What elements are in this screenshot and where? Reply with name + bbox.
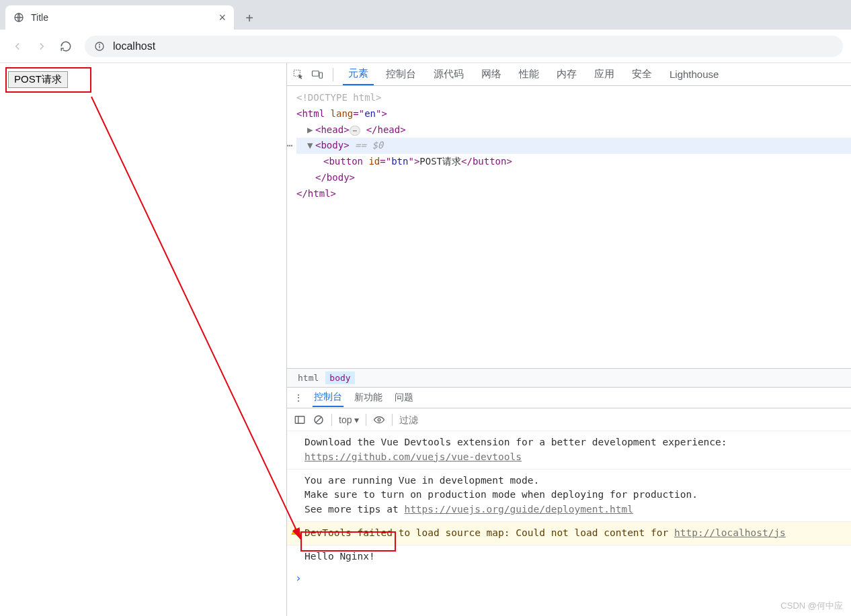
watermark: CSDN @何中应 bbox=[780, 600, 843, 612]
devtools-toolbar: 元素 控制台 源代码 网络 性能 内存 应用 安全 Lighthouse bbox=[287, 63, 851, 86]
devtools-tab-console[interactable]: 控制台 bbox=[380, 64, 421, 85]
devtools-tab-lighthouse[interactable]: Lighthouse bbox=[664, 64, 724, 84]
browser-tab[interactable]: Title × bbox=[5, 5, 234, 30]
inspect-icon[interactable] bbox=[292, 69, 305, 81]
drawer-menu-icon[interactable]: ⋮ bbox=[294, 392, 303, 403]
console-toolbar: top ▾ bbox=[287, 408, 851, 431]
svg-rect-7 bbox=[295, 416, 305, 423]
html-close-line: </html> bbox=[296, 186, 851, 202]
console-output-line: Hello Nginx! bbox=[287, 545, 851, 568]
breadcrumb-html[interactable]: html bbox=[294, 371, 323, 384]
console-link[interactable]: https://vuejs.org/guide/deployment.html bbox=[404, 504, 633, 515]
eye-icon[interactable] bbox=[373, 414, 385, 426]
console-link[interactable]: http://localhost/js bbox=[674, 527, 786, 538]
console-warning: DevTools failed to load source map: Coul… bbox=[287, 522, 851, 545]
doctype-line: <!DOCTYPE html> bbox=[296, 90, 851, 106]
devtools-tab-performance[interactable]: 性能 bbox=[514, 64, 544, 85]
devtools-tab-network[interactable]: 网络 bbox=[476, 64, 507, 85]
tab-title: Title bbox=[31, 12, 48, 23]
url-text: localhost bbox=[113, 40, 155, 52]
back-button[interactable] bbox=[8, 37, 27, 56]
svg-point-3 bbox=[99, 44, 100, 44]
button-line[interactable]: <button id="btn">POST请求</button> bbox=[296, 154, 851, 170]
elements-breadcrumb[interactable]: html body bbox=[287, 368, 851, 387]
device-toggle-icon[interactable] bbox=[311, 69, 323, 81]
drawer-tab-issues[interactable]: 问题 bbox=[393, 389, 415, 406]
head-line[interactable]: ▶<head>⋯ </head> bbox=[296, 122, 851, 138]
globe-icon bbox=[13, 12, 24, 23]
console-msg: You are running Vue in development mode.… bbox=[287, 470, 851, 522]
drawer-tab-whatsnew[interactable]: 新功能 bbox=[353, 389, 384, 406]
svg-rect-6 bbox=[319, 73, 323, 78]
sidebar-toggle-icon[interactable] bbox=[294, 414, 306, 426]
console-prompt[interactable]: › bbox=[287, 568, 851, 589]
svg-rect-5 bbox=[313, 71, 319, 76]
devtools-tab-memory[interactable]: 内存 bbox=[551, 64, 582, 85]
page-content: POST请求 bbox=[0, 63, 286, 616]
forward-button[interactable] bbox=[32, 37, 51, 56]
address-bar: localhost bbox=[0, 30, 851, 63]
reload-button[interactable] bbox=[56, 37, 75, 56]
close-tab-button[interactable]: × bbox=[218, 11, 226, 25]
drawer-tab-console[interactable]: 控制台 bbox=[313, 388, 343, 407]
console-output[interactable]: Download the Vue Devtools extension for … bbox=[287, 431, 851, 616]
devtools-tab-sources[interactable]: 源代码 bbox=[428, 64, 469, 85]
svg-point-11 bbox=[378, 419, 380, 421]
devtools-tab-security[interactable]: 安全 bbox=[626, 64, 657, 85]
console-msg: Download the Vue Devtools extension for … bbox=[287, 431, 851, 470]
breadcrumb-body[interactable]: body bbox=[325, 371, 354, 384]
console-drawer-header: ⋮ 控制台 新功能 问题 bbox=[287, 387, 851, 408]
devtools-panel: 元素 控制台 源代码 网络 性能 内存 应用 安全 Lighthouse <!D… bbox=[286, 63, 851, 616]
post-request-button[interactable]: POST请求 bbox=[8, 71, 68, 88]
console-context[interactable]: top ▾ bbox=[339, 414, 359, 425]
elements-tree[interactable]: <!DOCTYPE html> <html lang="en"> ▶<head>… bbox=[287, 86, 851, 368]
tab-strip: Title × + bbox=[0, 0, 851, 30]
new-tab-button[interactable]: + bbox=[238, 7, 261, 30]
body-close-line: </body> bbox=[296, 170, 851, 186]
url-input[interactable]: localhost bbox=[85, 36, 843, 57]
devtools-tab-application[interactable]: 应用 bbox=[589, 64, 620, 85]
console-link[interactable]: https://github.com/vuejs/vue-devtools bbox=[305, 451, 522, 462]
devtools-tab-elements[interactable]: 元素 bbox=[343, 63, 374, 85]
console-filter-input[interactable] bbox=[399, 414, 844, 425]
svg-line-10 bbox=[316, 417, 321, 423]
body-open-line[interactable]: ▼<body> == $0 bbox=[296, 138, 851, 154]
info-icon bbox=[94, 41, 105, 52]
clear-console-icon[interactable] bbox=[313, 414, 325, 426]
html-open: <html lang="en"> bbox=[296, 106, 851, 122]
